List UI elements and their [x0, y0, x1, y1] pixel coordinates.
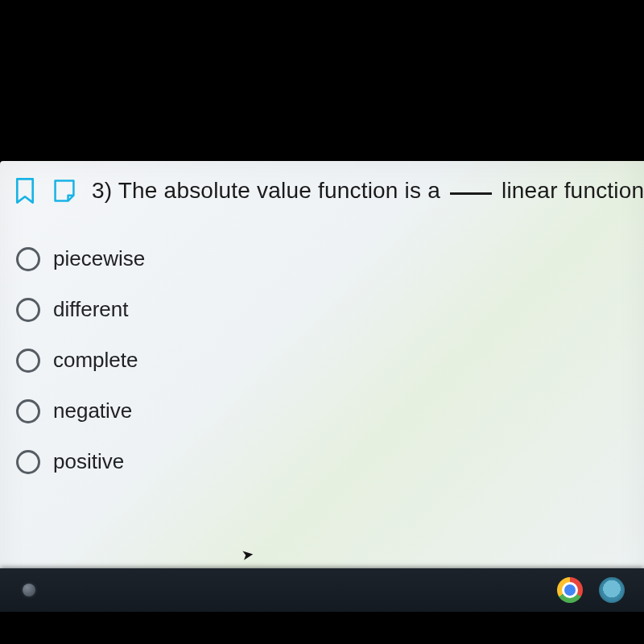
option-label: negative — [53, 398, 132, 423]
system-tray — [557, 577, 625, 603]
camera-icon[interactable] — [599, 577, 625, 603]
radio-icon[interactable] — [16, 450, 40, 474]
launcher-icon[interactable] — [23, 584, 35, 597]
option-negative[interactable]: negative — [16, 386, 644, 436]
cursor-icon: ➤ — [241, 545, 255, 564]
option-complete[interactable]: complete — [16, 335, 644, 386]
question-number: 3) — [92, 178, 112, 203]
radio-icon[interactable] — [16, 349, 40, 373]
radio-icon[interactable] — [16, 298, 40, 322]
option-label: piecewise — [53, 246, 145, 271]
option-label: different — [53, 297, 128, 322]
chrome-icon[interactable] — [557, 577, 583, 603]
option-label: positive — [53, 449, 124, 474]
quiz-screen: 3) The absolute value function is a line… — [0, 161, 644, 612]
option-label: complete — [53, 348, 138, 373]
question-part-before: The absolute value function is a — [118, 178, 440, 203]
note-icon[interactable] — [52, 178, 77, 204]
bookmark-icon[interactable] — [13, 177, 37, 204]
option-different[interactable]: different — [16, 284, 644, 335]
question-header: 3) The absolute value function is a line… — [0, 161, 644, 204]
question-text: 3) The absolute value function is a line… — [92, 178, 644, 204]
radio-icon[interactable] — [16, 247, 40, 271]
taskbar — [0, 568, 644, 612]
question-part-after: linear function. — [502, 178, 644, 203]
radio-icon[interactable] — [16, 399, 40, 423]
fill-blank — [450, 192, 492, 195]
options-list: piecewise different complete negative po… — [0, 204, 644, 487]
option-piecewise[interactable]: piecewise — [16, 233, 644, 284]
option-positive[interactable]: positive — [16, 436, 644, 487]
